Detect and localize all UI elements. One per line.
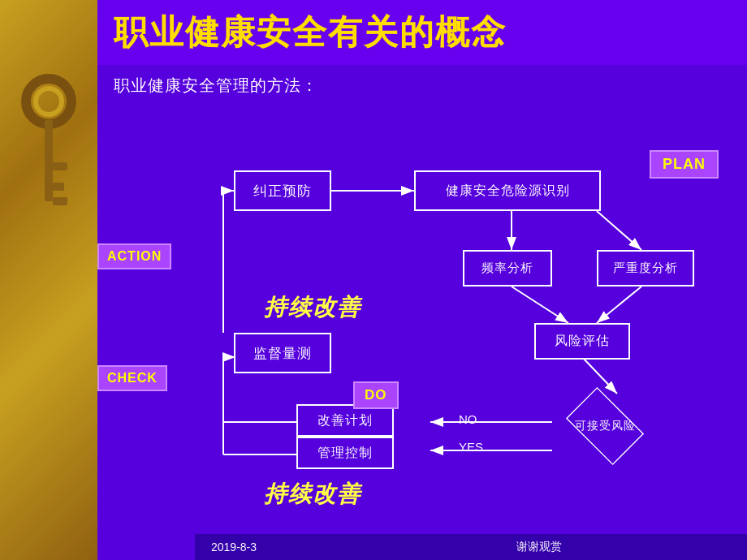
- svg-line-11: [597, 286, 641, 323]
- footer-date: 2019-8-3: [211, 541, 257, 554]
- continuous-improve-label: 持续改善: [264, 292, 361, 323]
- box-yanzhong: 严重度分析: [597, 250, 694, 286]
- box-jiankang: 健康安全危险源识别: [414, 170, 601, 211]
- svg-point-0: [26, 79, 71, 124]
- main-content: 职业健康安全有关的概念 职业健康安全管理的方法： PLAN ACTION CHE…: [97, 0, 747, 560]
- no-label: NO: [459, 412, 477, 426]
- left-decoration: [0, 0, 97, 560]
- subtitle: 职业健康安全管理的方法：: [97, 65, 747, 97]
- svg-rect-4: [53, 183, 64, 191]
- box-jiandu: 监督量测: [234, 333, 331, 373]
- continuous-improve-text: 持续改善: [264, 479, 361, 510]
- diamond-text-kejieshou: 可接受风险: [552, 390, 658, 463]
- check-badge: CHECK: [97, 365, 167, 391]
- flowchart: 纠正预防 监督量测 健康安全危险源识别 频率分析 严重度分析 风险评估 可接受风…: [114, 130, 731, 519]
- svg-rect-2: [45, 120, 53, 201]
- svg-line-10: [512, 286, 568, 323]
- diamond-kejieshou: 可接受风险: [552, 390, 658, 463]
- page-title: 职业健康安全有关的概念: [114, 13, 507, 51]
- title-bar: 职业健康安全有关的概念: [97, 0, 747, 65]
- svg-rect-3: [53, 162, 67, 170]
- box-pinlv: 频率分析: [463, 250, 552, 286]
- box-fengxian: 风险评估: [534, 323, 630, 360]
- svg-point-1: [36, 88, 62, 114]
- do-badge: DO: [353, 381, 399, 409]
- yes-label: YES: [459, 440, 483, 454]
- box-guanlikongzhi: 管理控制: [296, 437, 394, 469]
- svg-rect-5: [53, 197, 67, 205]
- action-badge: ACTION: [97, 243, 171, 269]
- key-icon: [16, 65, 81, 227]
- svg-line-9: [597, 211, 641, 250]
- box-gaishanjihua: 改善计划: [296, 404, 394, 437]
- footer-thank: 谢谢观赏: [516, 540, 562, 554]
- footer: 2019-8-3 谢谢观赏 2: [195, 534, 747, 560]
- svg-line-12: [582, 357, 617, 394]
- box-jiuzheng: 纠正预防: [234, 170, 331, 211]
